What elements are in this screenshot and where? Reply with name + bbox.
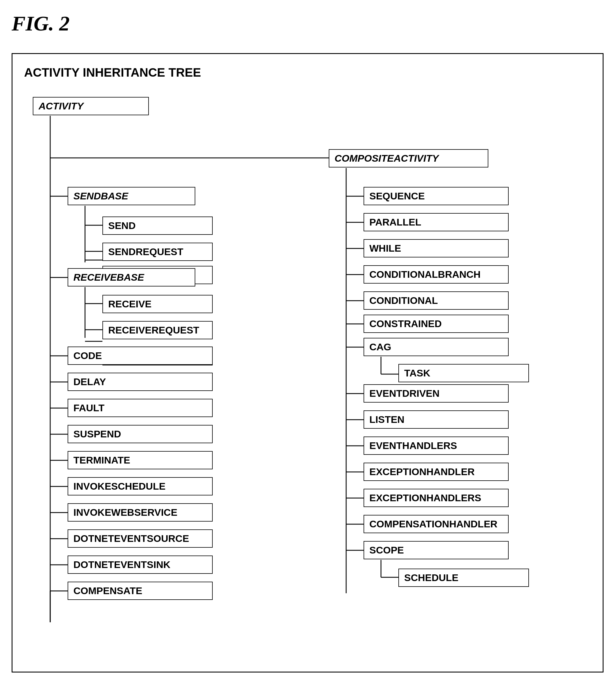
receiverequest-node: RECEIVEREQUEST	[102, 321, 213, 339]
listen-node: LISTEN	[363, 410, 509, 429]
diagram-container: ACTIVITY INHERITANCE TREE	[12, 53, 603, 673]
send-node: SEND	[102, 217, 213, 235]
invokeschedule-node: INVOKESCHEDULE	[68, 477, 213, 495]
invokewebservice-node: INVOKEWEBSERVICE	[68, 503, 213, 522]
receivebase-node: RECEIVEBASE	[68, 268, 195, 286]
exceptionhandlers-node: EXCEPTIONHANDLERS	[363, 489, 509, 507]
exceptionhandler-node: EXCEPTIONHANDLER	[363, 463, 509, 481]
parallel-node: PARALLEL	[363, 213, 509, 231]
dotneteventsink-node: DOTNETEVENTSINK	[68, 555, 213, 574]
figure-title: FIG. 2	[12, 12, 604, 36]
eventdriven-node: EVENTDRIVEN	[363, 384, 509, 402]
diagram-title: ACTIVITY INHERITANCE TREE	[24, 66, 591, 80]
compositeactivity-node: COMPOSITEACTIVITY	[329, 149, 488, 168]
terminate-node: TERMINATE	[68, 451, 213, 469]
while-node: WHILE	[363, 239, 509, 257]
scope-node: SCOPE	[363, 541, 509, 559]
compensate-node: COMPENSATE	[68, 582, 213, 600]
sendrequest-node: SENDREQUEST	[102, 243, 213, 261]
conditionalbranch-node: CONDITIONALBRANCH	[363, 265, 509, 284]
sendbase-node: SENDBASE	[68, 187, 195, 205]
receive-node: RECEIVE	[102, 295, 213, 313]
compensationhandler-node: COMPENSATIONHANDLER	[363, 515, 509, 533]
code-node: CODE	[68, 347, 213, 365]
eventhandlers-node: EVENTHANDLERS	[363, 437, 509, 455]
sequence-node: SEQUENCE	[363, 187, 509, 205]
schedule-node: SCHEDULE	[399, 569, 529, 587]
constrained-node: CONSTRAINED	[363, 315, 509, 333]
conditional-node: CONDITIONAL	[363, 291, 509, 310]
fault-node: FAULT	[68, 399, 213, 417]
dotneteventsource-node: DOTNETEVENTSOURCE	[68, 529, 213, 548]
suspend-node: SUSPEND	[68, 425, 213, 443]
task-node: TASK	[399, 364, 529, 382]
cag-node: CAG	[363, 338, 509, 356]
activity-node: ACTIVITY	[33, 97, 149, 115]
delay-node: DELAY	[68, 373, 213, 391]
